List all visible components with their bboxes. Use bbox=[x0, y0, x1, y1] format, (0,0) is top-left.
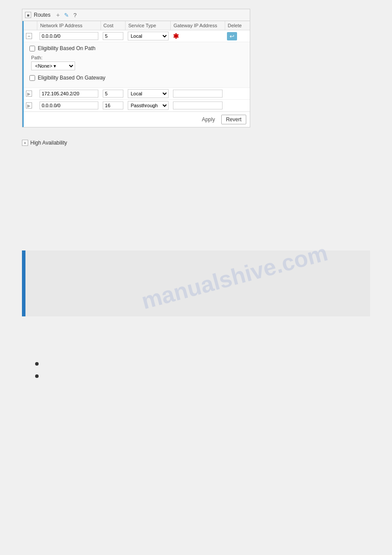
apply-button[interactable]: Apply bbox=[198, 115, 219, 124]
row3-service-select[interactable]: Local Passthrough bbox=[128, 101, 169, 110]
row2-gateway-cell bbox=[171, 88, 225, 100]
ha-label: High Availability bbox=[30, 140, 67, 146]
table-header-row: Network IP Address Cost Service Type Gat… bbox=[24, 21, 250, 30]
path-select[interactable]: <None> ▾ bbox=[31, 62, 75, 70]
col-service-header: Service Type bbox=[126, 21, 171, 30]
col-expand-header bbox=[24, 21, 37, 30]
eligibility-path-row: Eligibility Based On Path bbox=[29, 45, 244, 51]
high-availability-row: + High Availability bbox=[0, 136, 392, 149]
col-network-header: Network IP Address bbox=[37, 21, 101, 30]
row3-network-input[interactable] bbox=[40, 102, 98, 109]
row1-gateway-cell: ✱ bbox=[171, 30, 225, 42]
row3-delete-cell bbox=[225, 100, 250, 112]
bullet-dot-2 bbox=[35, 374, 39, 378]
row1-network-cell bbox=[37, 30, 101, 42]
row3-gateway-cell bbox=[171, 100, 225, 112]
row2-cost-input[interactable] bbox=[103, 90, 123, 98]
top-section: ■ Routes + ✎ ? Network IP Address bbox=[0, 0, 392, 136]
path-row: Path: <None> ▾ bbox=[29, 55, 244, 70]
page-wrapper: ■ Routes + ✎ ? Network IP Address bbox=[0, 0, 392, 555]
row1-revert-button[interactable]: ↩ bbox=[227, 32, 237, 40]
routes-table: Network IP Address Cost Service Type Gat… bbox=[24, 21, 250, 112]
blue-content-box bbox=[22, 250, 370, 316]
row2-service-select[interactable]: Local Passthrough bbox=[128, 89, 169, 98]
row3-cost-cell bbox=[101, 100, 126, 112]
row3-network-cell bbox=[37, 100, 101, 112]
eligibility-gateway-label: Eligibility Based On Gateway bbox=[38, 75, 105, 81]
ha-expand-icon[interactable]: + bbox=[22, 140, 28, 146]
bullets-section bbox=[0, 352, 392, 394]
row1-expand-cell: − bbox=[24, 30, 37, 42]
bullet-item-2 bbox=[35, 373, 357, 378]
routes-table-wrapper: Network IP Address Cost Service Type Gat… bbox=[22, 21, 250, 127]
row3-service-cell: Local Passthrough bbox=[126, 100, 171, 112]
edit-route-button[interactable]: ✎ bbox=[63, 11, 70, 19]
table-row: ▶ Local Passthrough bbox=[24, 88, 250, 100]
row1-delete-cell: ↩ bbox=[225, 30, 250, 42]
routes-panel: ■ Routes + ✎ ? Network IP Address bbox=[22, 9, 250, 127]
row2-gateway-input[interactable] bbox=[173, 90, 223, 98]
bullet-dot-1 bbox=[35, 362, 39, 366]
row1-service-cell: Local Passthrough bbox=[126, 30, 171, 42]
eligibility-gateway-row: Eligibility Based On Gateway bbox=[29, 75, 244, 81]
row3-expand-cell: ▶ bbox=[24, 100, 37, 112]
table-row: ▶ Local Passthrough bbox=[24, 100, 250, 112]
row3-expand-button[interactable]: ▶ bbox=[26, 102, 32, 109]
routes-toolbar: + ✎ ? bbox=[55, 11, 78, 19]
help-button[interactable]: ? bbox=[72, 11, 78, 19]
revert-button[interactable]: Revert bbox=[221, 115, 246, 124]
action-row: Apply Revert bbox=[24, 112, 250, 127]
routes-header: ■ Routes + ✎ ? bbox=[22, 9, 250, 21]
eligibility-gateway-checkbox[interactable] bbox=[29, 75, 35, 81]
row2-cost-cell bbox=[101, 88, 126, 100]
row2-delete-cell bbox=[225, 88, 250, 100]
row1-network-input[interactable] bbox=[40, 32, 98, 40]
row1-service-select[interactable]: Local Passthrough bbox=[128, 32, 169, 40]
row1-cost-cell bbox=[101, 30, 126, 42]
bullet-item-1 bbox=[35, 360, 357, 366]
eligibility-path-checkbox[interactable] bbox=[29, 46, 35, 51]
col-gateway-header: Gateway IP Address bbox=[171, 21, 225, 30]
blue-left-bar bbox=[22, 250, 25, 316]
row3-cost-input[interactable] bbox=[103, 102, 123, 109]
routes-collapse-icon[interactable]: ■ bbox=[25, 12, 31, 18]
expanded-details-cell: Eligibility Based On Path Path: <None> ▾ bbox=[24, 42, 250, 88]
row3-gateway-input[interactable] bbox=[173, 102, 223, 109]
row2-expand-button[interactable]: ▶ bbox=[26, 91, 32, 97]
row2-service-cell: Local Passthrough bbox=[126, 88, 171, 100]
path-label: Path: bbox=[31, 55, 244, 60]
blue-bar-section bbox=[22, 250, 370, 316]
blue-content-area bbox=[25, 250, 370, 316]
row2-network-cell bbox=[37, 88, 101, 100]
blue-section-wrapper: manualshive.com bbox=[0, 250, 392, 316]
add-route-button[interactable]: + bbox=[55, 11, 61, 19]
row1-cost-input[interactable] bbox=[103, 32, 123, 40]
row1-expand-button[interactable]: − bbox=[26, 33, 32, 39]
row2-network-input[interactable] bbox=[40, 90, 98, 98]
routes-title: Routes bbox=[34, 12, 50, 18]
row1-required-marker: ✱ bbox=[173, 33, 179, 40]
col-cost-header: Cost bbox=[101, 21, 126, 30]
col-delete-header: Delete bbox=[225, 21, 250, 30]
row2-expand-cell: ▶ bbox=[24, 88, 37, 100]
eligibility-path-label: Eligibility Based On Path bbox=[38, 45, 95, 51]
expanded-details-row: Eligibility Based On Path Path: <None> ▾ bbox=[24, 42, 250, 88]
table-row: − Local Passthrough bbox=[24, 30, 250, 42]
